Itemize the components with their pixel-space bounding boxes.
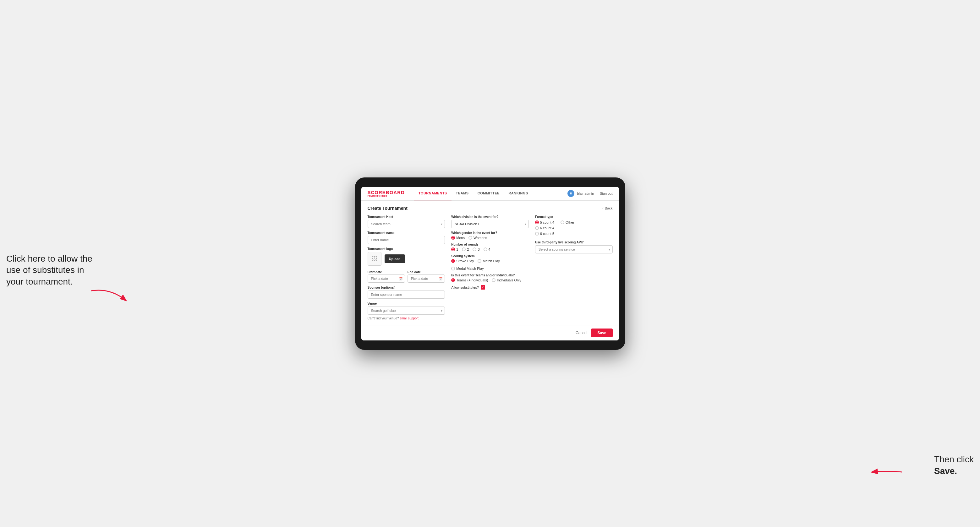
- tournament-name-input[interactable]: [368, 236, 445, 244]
- end-date-label: End date: [407, 270, 421, 274]
- logo-upload-area: 🖼 Upload: [368, 252, 445, 266]
- match-label: Match Play: [483, 259, 500, 263]
- tournament-logo-label: Tournament logo: [368, 247, 445, 251]
- start-date-group: Start date 📅: [368, 269, 405, 283]
- format-label: Format type: [535, 215, 613, 219]
- venue-input[interactable]: [368, 306, 445, 315]
- format-6count4[interactable]: 6 count 4: [535, 226, 554, 230]
- format-6count5[interactable]: 6 count 5: [535, 232, 554, 235]
- save-button[interactable]: Save: [591, 329, 612, 337]
- nav-right: B blair admin | Sign out: [568, 190, 612, 197]
- format1-dot: [535, 221, 539, 224]
- teams-label: Is this event for Teams and/or Individua…: [451, 273, 529, 277]
- format-row-3: 6 count 5: [535, 232, 613, 235]
- format2-dot: [535, 226, 539, 230]
- annotation-left: Click here to allow the use of substitut…: [6, 253, 94, 287]
- substitutes-label: Allow substitutes?: [451, 286, 479, 289]
- tournament-name-label: Tournament name: [368, 231, 445, 235]
- logo-placeholder: 🖼: [368, 252, 382, 266]
- scoring-service-select[interactable]: Select a scoring service: [535, 245, 613, 254]
- sponsor-input[interactable]: [368, 290, 445, 299]
- format-5count4[interactable]: 5 count 4: [535, 221, 554, 224]
- signout-link[interactable]: Sign out: [600, 192, 612, 195]
- nav-bar: SCOREBOARD Powered by clippd TOURNAMENTS…: [361, 187, 619, 201]
- round-2[interactable]: 2: [462, 248, 469, 251]
- round3-dot: [473, 248, 476, 251]
- format-group: Format type 5 count 4 Other: [535, 215, 613, 235]
- round-4[interactable]: 4: [484, 248, 490, 251]
- tablet-screen: SCOREBOARD Powered by clippd TOURNAMENTS…: [361, 187, 619, 340]
- round1-dot: [451, 248, 455, 251]
- teams-radio-group: Teams (+Individuals) Individuals Only: [451, 278, 529, 282]
- round4-label: 4: [488, 248, 490, 251]
- individuals-label: Individuals Only: [497, 278, 521, 282]
- start-date-input[interactable]: [368, 275, 405, 283]
- substitutes-row: Allow substitutes? ✓: [451, 285, 529, 290]
- gender-label: Which gender is the event for?: [451, 231, 529, 235]
- logo-score: SCORE: [368, 190, 386, 195]
- start-date-wrapper: 📅: [368, 275, 405, 283]
- substitutes-checkbox[interactable]: ✓: [481, 285, 485, 290]
- match-dot: [477, 259, 481, 263]
- gender-mens[interactable]: Mens: [451, 236, 465, 240]
- stroke-label: Stroke Play: [456, 259, 474, 263]
- scoring-radio-group: Stroke Play Match Play Medal Match Play: [451, 259, 529, 270]
- mens-radio-dot: [451, 236, 455, 240]
- scoring-stroke[interactable]: Stroke Play: [451, 259, 474, 263]
- individuals-only[interactable]: Individuals Only: [492, 278, 521, 282]
- arrow-left-icon: [91, 284, 129, 303]
- format-other-dot: [560, 221, 564, 224]
- scoring-match[interactable]: Match Play: [477, 259, 500, 263]
- rounds-group: Number of rounds 1 2: [451, 243, 529, 251]
- dates-group: Start date 📅 End date 📅: [368, 269, 445, 283]
- format-other[interactable]: Other: [560, 221, 574, 224]
- teams-label-text: Teams (+Individuals): [456, 278, 488, 282]
- page-header: Create Tournament ‹ Back: [368, 206, 613, 211]
- substitutes-group: Allow substitutes? ✓: [451, 285, 529, 290]
- nav-teams[interactable]: TEAMS: [452, 187, 473, 201]
- individuals-dot: [492, 278, 495, 282]
- logo-scoreboard: SCOREBOARD: [368, 190, 405, 195]
- rounds-label: Number of rounds: [451, 243, 529, 246]
- gender-radio-group: Mens Womens: [451, 236, 529, 240]
- format-row-2: 6 count 4: [535, 226, 613, 230]
- form-footer: Cancel Save: [361, 325, 619, 340]
- back-button[interactable]: ‹ Back: [602, 206, 612, 210]
- upload-button[interactable]: Upload: [385, 254, 405, 263]
- back-chevron-icon: ‹: [602, 206, 604, 210]
- format-row-1: 5 count 4 Other: [535, 221, 613, 224]
- avatar: B: [568, 190, 574, 197]
- division-select-wrapper: NCAA Division I ▾: [451, 220, 529, 228]
- womens-radio-dot: [468, 236, 472, 240]
- tournament-name-group: Tournament name: [368, 231, 445, 244]
- nav-committee[interactable]: COMMITTEE: [473, 187, 504, 201]
- logo-powered: Powered by clippd: [368, 195, 405, 197]
- round2-label: 2: [467, 248, 469, 251]
- venue-hint: Can't find your venue? email support: [368, 317, 445, 320]
- scoring-medal[interactable]: Medal Match Play: [451, 267, 484, 270]
- tournament-host-label: Tournament Host: [368, 215, 445, 219]
- round-3[interactable]: 3: [473, 248, 479, 251]
- tournament-host-group: Tournament Host ▾: [368, 215, 445, 228]
- arrow-right-icon: [871, 466, 902, 478]
- format1-label: 5 count 4: [540, 221, 554, 224]
- venue-label: Venue: [368, 302, 445, 305]
- division-select[interactable]: NCAA Division I: [451, 220, 529, 228]
- page-title: Create Tournament: [368, 206, 407, 211]
- date-row: Start date 📅 End date 📅: [368, 269, 445, 283]
- email-support-link[interactable]: email support: [400, 317, 418, 320]
- tournament-host-input[interactable]: [368, 220, 445, 228]
- nav-rankings[interactable]: RANKINGS: [504, 187, 533, 201]
- nav-tournaments[interactable]: TOURNAMENTS: [414, 187, 452, 201]
- teams-individuals[interactable]: Teams (+Individuals): [451, 278, 488, 282]
- nav-separator: |: [597, 192, 597, 195]
- stroke-dot: [451, 259, 455, 263]
- end-date-input[interactable]: [407, 275, 445, 283]
- cancel-button[interactable]: Cancel: [576, 331, 587, 335]
- end-date-group: End date 📅: [407, 269, 445, 283]
- venue-wrapper: ▾: [368, 306, 445, 315]
- round-1[interactable]: 1: [451, 248, 458, 251]
- gender-womens[interactable]: Womens: [468, 236, 487, 240]
- tournament-host-wrapper: ▾: [368, 220, 445, 228]
- gender-group: Which gender is the event for? Mens Wome…: [451, 231, 529, 240]
